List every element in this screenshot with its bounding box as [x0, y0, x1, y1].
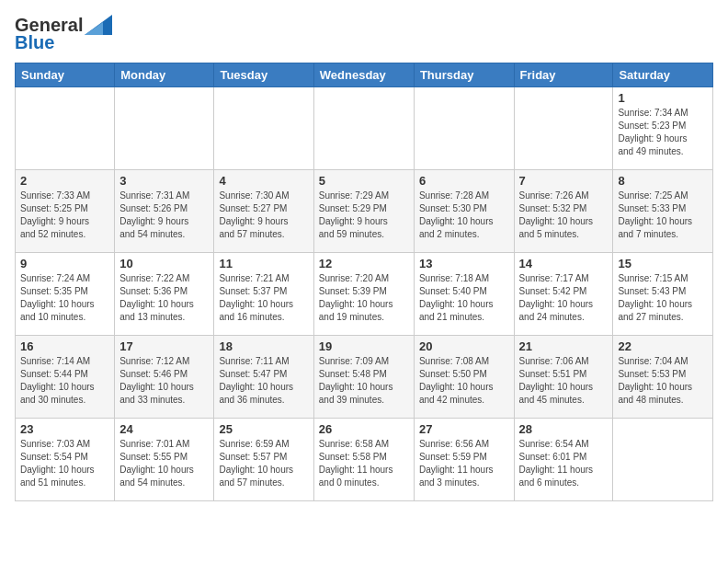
day-info: Sunrise: 7:11 AM Sunset: 5:47 PM Dayligh…: [219, 355, 308, 407]
calendar-week-row: 9Sunrise: 7:24 AM Sunset: 5:35 PM Daylig…: [16, 253, 713, 336]
day-info: Sunrise: 7:17 AM Sunset: 5:42 PM Dayligh…: [519, 272, 609, 324]
svg-marker-1: [85, 22, 103, 35]
calendar-cell: 25Sunrise: 6:59 AM Sunset: 5:57 PM Dayli…: [214, 419, 313, 501]
day-number: 26: [319, 422, 409, 436]
day-number: 22: [618, 339, 708, 353]
day-number: 21: [519, 339, 609, 353]
day-number: 11: [219, 257, 308, 270]
day-number: 2: [20, 174, 109, 188]
day-header-tuesday: Tuesday: [214, 63, 313, 87]
calendar-cell: 16Sunrise: 7:14 AM Sunset: 5:44 PM Dayli…: [16, 336, 115, 419]
day-number: 20: [419, 339, 509, 353]
day-info: Sunrise: 7:08 AM Sunset: 5:50 PM Dayligh…: [419, 355, 509, 407]
day-number: 10: [119, 257, 209, 270]
day-number: 6: [419, 174, 509, 188]
day-info: Sunrise: 6:58 AM Sunset: 5:58 PM Dayligh…: [319, 438, 409, 489]
calendar-cell: 28Sunrise: 6:54 AM Sunset: 6:01 PM Dayli…: [514, 419, 613, 501]
day-number: 23: [20, 422, 109, 436]
calendar-cell: 6Sunrise: 7:28 AM Sunset: 5:30 PM Daylig…: [414, 170, 514, 253]
day-number: 13: [419, 257, 509, 270]
calendar-cell: [414, 87, 514, 170]
day-info: Sunrise: 6:56 AM Sunset: 5:59 PM Dayligh…: [419, 438, 509, 489]
calendar-cell: [115, 87, 214, 170]
day-number: 1: [618, 91, 708, 105]
day-info: Sunrise: 7:06 AM Sunset: 5:51 PM Dayligh…: [519, 355, 609, 407]
logo-icon: [85, 15, 112, 35]
calendar-cell: [514, 87, 613, 170]
calendar-cell: 18Sunrise: 7:11 AM Sunset: 5:47 PM Dayli…: [214, 336, 313, 419]
day-info: Sunrise: 7:33 AM Sunset: 5:25 PM Dayligh…: [20, 190, 109, 241]
calendar-week-row: 2Sunrise: 7:33 AM Sunset: 5:25 PM Daylig…: [16, 170, 713, 253]
calendar-cell: 8Sunrise: 7:25 AM Sunset: 5:33 PM Daylig…: [613, 170, 713, 253]
day-info: Sunrise: 7:20 AM Sunset: 5:39 PM Dayligh…: [319, 272, 409, 324]
calendar-cell: 26Sunrise: 6:58 AM Sunset: 5:58 PM Dayli…: [313, 419, 414, 501]
calendar-header-row: SundayMondayTuesdayWednesdayThursdayFrid…: [16, 63, 713, 87]
day-info: Sunrise: 7:28 AM Sunset: 5:30 PM Dayligh…: [419, 190, 509, 241]
day-number: 9: [20, 257, 109, 270]
day-info: Sunrise: 7:25 AM Sunset: 5:33 PM Dayligh…: [618, 190, 708, 241]
calendar-cell: 19Sunrise: 7:09 AM Sunset: 5:48 PM Dayli…: [313, 336, 414, 419]
day-info: Sunrise: 7:12 AM Sunset: 5:46 PM Dayligh…: [119, 355, 209, 407]
day-info: Sunrise: 7:04 AM Sunset: 5:53 PM Dayligh…: [618, 355, 708, 407]
day-number: 25: [219, 422, 308, 436]
logo-blue: Blue: [15, 32, 54, 53]
calendar-cell: 20Sunrise: 7:08 AM Sunset: 5:50 PM Dayli…: [414, 336, 514, 419]
calendar-cell: 9Sunrise: 7:24 AM Sunset: 5:35 PM Daylig…: [16, 253, 115, 336]
day-info: Sunrise: 7:18 AM Sunset: 5:40 PM Dayligh…: [419, 272, 509, 324]
day-number: 8: [618, 174, 708, 188]
day-info: Sunrise: 6:59 AM Sunset: 5:57 PM Dayligh…: [219, 438, 308, 489]
logo: General Blue: [15, 15, 112, 53]
calendar-cell: [313, 87, 414, 170]
calendar-cell: 27Sunrise: 6:56 AM Sunset: 5:59 PM Dayli…: [414, 419, 514, 501]
day-number: 5: [319, 174, 409, 188]
day-number: 24: [119, 422, 209, 436]
day-number: 18: [219, 339, 308, 353]
day-info: Sunrise: 7:01 AM Sunset: 5:55 PM Dayligh…: [119, 438, 209, 489]
day-info: Sunrise: 7:09 AM Sunset: 5:48 PM Dayligh…: [319, 355, 409, 407]
calendar-cell: 21Sunrise: 7:06 AM Sunset: 5:51 PM Dayli…: [514, 336, 613, 419]
calendar-cell: 15Sunrise: 7:15 AM Sunset: 5:43 PM Dayli…: [613, 253, 713, 336]
day-info: Sunrise: 7:24 AM Sunset: 5:35 PM Dayligh…: [20, 272, 109, 324]
day-number: 15: [618, 257, 708, 270]
day-number: 19: [319, 339, 409, 353]
day-number: 7: [519, 174, 609, 188]
calendar-cell: 17Sunrise: 7:12 AM Sunset: 5:46 PM Dayli…: [115, 336, 214, 419]
calendar-cell: 3Sunrise: 7:31 AM Sunset: 5:26 PM Daylig…: [115, 170, 214, 253]
calendar-cell: 23Sunrise: 7:03 AM Sunset: 5:54 PM Dayli…: [16, 419, 115, 501]
calendar-cell: 1Sunrise: 7:34 AM Sunset: 5:23 PM Daylig…: [613, 87, 713, 170]
day-header-thursday: Thursday: [414, 63, 514, 87]
day-info: Sunrise: 6:54 AM Sunset: 6:01 PM Dayligh…: [519, 438, 609, 489]
day-info: Sunrise: 7:31 AM Sunset: 5:26 PM Dayligh…: [119, 190, 209, 241]
day-header-friday: Friday: [514, 63, 613, 87]
calendar-cell: [613, 419, 713, 501]
calendar-cell: 12Sunrise: 7:20 AM Sunset: 5:39 PM Dayli…: [313, 253, 414, 336]
day-info: Sunrise: 7:22 AM Sunset: 5:36 PM Dayligh…: [119, 272, 209, 324]
day-header-monday: Monday: [115, 63, 214, 87]
day-info: Sunrise: 7:14 AM Sunset: 5:44 PM Dayligh…: [20, 355, 109, 407]
day-number: 14: [519, 257, 609, 270]
calendar-cell: 14Sunrise: 7:17 AM Sunset: 5:42 PM Dayli…: [514, 253, 613, 336]
calendar-cell: 13Sunrise: 7:18 AM Sunset: 5:40 PM Dayli…: [414, 253, 514, 336]
calendar-week-row: 16Sunrise: 7:14 AM Sunset: 5:44 PM Dayli…: [16, 336, 713, 419]
calendar-cell: 7Sunrise: 7:26 AM Sunset: 5:32 PM Daylig…: [514, 170, 613, 253]
day-number: 12: [319, 257, 409, 270]
day-number: 28: [519, 422, 609, 436]
day-header-sunday: Sunday: [16, 63, 115, 87]
calendar-cell: 10Sunrise: 7:22 AM Sunset: 5:36 PM Dayli…: [115, 253, 214, 336]
day-info: Sunrise: 7:15 AM Sunset: 5:43 PM Dayligh…: [618, 272, 708, 324]
calendar-cell: 4Sunrise: 7:30 AM Sunset: 5:27 PM Daylig…: [214, 170, 313, 253]
calendar-week-row: 23Sunrise: 7:03 AM Sunset: 5:54 PM Dayli…: [16, 419, 713, 501]
calendar-cell: [16, 87, 115, 170]
calendar-cell: [214, 87, 313, 170]
calendar-cell: 22Sunrise: 7:04 AM Sunset: 5:53 PM Dayli…: [613, 336, 713, 419]
calendar-cell: 2Sunrise: 7:33 AM Sunset: 5:25 PM Daylig…: [16, 170, 115, 253]
day-number: 16: [20, 339, 109, 353]
day-info: Sunrise: 7:30 AM Sunset: 5:27 PM Dayligh…: [219, 190, 308, 241]
calendar-table: SundayMondayTuesdayWednesdayThursdayFrid…: [15, 63, 713, 501]
day-header-saturday: Saturday: [613, 63, 713, 87]
day-info: Sunrise: 7:26 AM Sunset: 5:32 PM Dayligh…: [519, 190, 609, 241]
calendar-week-row: 1Sunrise: 7:34 AM Sunset: 5:23 PM Daylig…: [16, 87, 713, 170]
day-info: Sunrise: 7:03 AM Sunset: 5:54 PM Dayligh…: [20, 438, 109, 489]
day-info: Sunrise: 7:29 AM Sunset: 5:29 PM Dayligh…: [319, 190, 409, 241]
day-number: 4: [219, 174, 308, 188]
